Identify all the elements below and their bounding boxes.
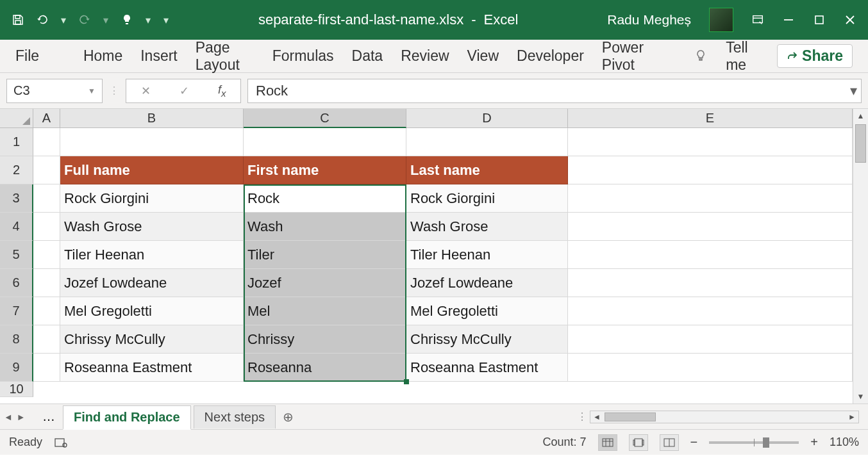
macro-record-icon[interactable] (54, 436, 68, 450)
fill-handle[interactable] (404, 379, 409, 384)
cell-D6[interactable]: Jozef Lowdeane (406, 269, 568, 297)
enter-formula-icon[interactable]: ✓ (179, 84, 189, 98)
cell-D3[interactable]: Rock Giorgini (406, 184, 568, 213)
ribbon-display-icon[interactable] (751, 13, 764, 26)
cell-A7[interactable] (33, 297, 60, 325)
cells-area[interactable]: Full nameFirst nameLast nameRock Giorgin… (33, 128, 853, 404)
view-page-break-button[interactable] (660, 434, 679, 451)
ribbon-tab-view[interactable]: View (467, 47, 499, 65)
col-header-C[interactable]: C (244, 109, 406, 128)
cell-B1[interactable] (60, 128, 244, 156)
scroll-up-icon[interactable]: ▲ (853, 109, 868, 123)
redo-dropdown-icon[interactable]: ▾ (103, 13, 109, 26)
row-header-10[interactable]: 10 (0, 382, 33, 397)
ribbon-tab-power-pivot[interactable]: Power Pivot (602, 39, 658, 74)
cell-A4[interactable] (33, 213, 60, 241)
cell-A1[interactable] (33, 128, 60, 156)
ribbon-tab-page-layout[interactable]: Page Layout (196, 39, 255, 74)
sheet-tab-next-steps[interactable]: Next steps (194, 405, 276, 428)
cell-C9[interactable]: Roseanna (244, 354, 406, 382)
share-button[interactable]: Share (777, 44, 853, 68)
cell-A2[interactable] (33, 156, 60, 184)
formula-expand-icon[interactable]: ▾ (850, 83, 857, 99)
sheet-tab-find-and-replace[interactable]: Find and Replace (63, 405, 191, 430)
spreadsheet-grid[interactable]: ABCDE 12345678910 Full nameFirst nameLas… (0, 109, 868, 404)
cell-D4[interactable]: Wash Grose (406, 213, 568, 241)
cell-C8[interactable]: Chrissy (244, 325, 406, 354)
row-header-8[interactable]: 8 (0, 325, 33, 354)
cell-E6[interactable] (568, 269, 853, 297)
ribbon-tab-data[interactable]: Data (352, 47, 383, 65)
cell-C7[interactable]: Mel (244, 297, 406, 325)
cell-B9[interactable]: Roseanna Eastment (60, 354, 244, 382)
cell-E2[interactable] (568, 156, 853, 184)
ribbon-tab-developer[interactable]: Developer (517, 47, 584, 65)
cell-A8[interactable] (33, 325, 60, 354)
cell-D5[interactable]: Tiler Heenan (406, 241, 568, 269)
scroll-right-icon[interactable]: ► (846, 411, 858, 423)
cancel-formula-icon[interactable]: ✕ (141, 84, 151, 98)
col-header-A[interactable]: A (33, 109, 60, 128)
minimize-icon[interactable] (782, 13, 795, 26)
zoom-in-button[interactable]: + (810, 435, 818, 450)
cell-A9[interactable] (33, 354, 60, 382)
fx-icon[interactable]: fx (218, 83, 226, 99)
horizontal-scrollbar[interactable]: ◄ ► (590, 411, 859, 423)
cell-D8[interactable]: Chrissy McCully (406, 325, 568, 354)
lightbulb-icon[interactable] (121, 13, 133, 26)
save-icon[interactable] (12, 13, 24, 26)
scroll-down-icon[interactable]: ▼ (853, 389, 868, 404)
formula-input[interactable]: Rock ▾ (247, 79, 862, 103)
cell-B8[interactable]: Chrissy McCully (60, 325, 244, 354)
tellme-text[interactable]: Tell me (726, 39, 759, 74)
cell-E8[interactable] (568, 325, 853, 354)
cell-A5[interactable] (33, 241, 60, 269)
cell-E1[interactable] (568, 128, 853, 156)
cell-E9[interactable] (568, 354, 853, 382)
fx-drag-icon[interactable]: ⋮ (109, 85, 119, 97)
lightbulb-dropdown-icon[interactable]: ▾ (145, 13, 151, 26)
new-sheet-button[interactable]: ⊕ (278, 407, 297, 427)
zoom-slider[interactable] (709, 441, 799, 444)
qat-customize-icon[interactable]: ▾ (163, 13, 169, 26)
row-header-7[interactable]: 7 (0, 297, 33, 325)
scroll-left-icon[interactable]: ◄ (590, 411, 603, 423)
cell-D1[interactable] (406, 128, 568, 156)
row-header-6[interactable]: 6 (0, 269, 33, 297)
cell-B6[interactable]: Jozef Lowdeane (60, 269, 244, 297)
sheet-ellipsis[interactable]: … (37, 409, 60, 424)
cell-C6[interactable]: Jozef (244, 269, 406, 297)
cell-D9[interactable]: Roseanna Eastment (406, 354, 568, 382)
name-box-dropdown-icon[interactable]: ▼ (88, 86, 96, 95)
tellme-icon[interactable] (694, 49, 708, 63)
select-all-corner[interactable] (0, 109, 33, 128)
col-header-B[interactable]: B (60, 109, 244, 128)
cell-D7[interactable]: Mel Gregoletti (406, 297, 568, 325)
zoom-level[interactable]: 110% (830, 436, 859, 449)
cell-C3[interactable]: Rock (244, 184, 406, 213)
close-icon[interactable] (844, 13, 856, 26)
cell-A6[interactable] (33, 269, 60, 297)
zoom-knob[interactable] (763, 437, 769, 448)
ribbon-tab-formulas[interactable]: Formulas (272, 47, 334, 65)
cell-C4[interactable]: Wash (244, 213, 406, 241)
ribbon-tab-review[interactable]: Review (401, 47, 449, 65)
cell-D2[interactable]: Last name (406, 156, 568, 184)
name-box[interactable]: C3 ▼ (6, 79, 103, 103)
undo-dropdown-icon[interactable]: ▾ (60, 13, 67, 26)
sheet-nav[interactable]: ◄► (4, 412, 35, 422)
view-normal-button[interactable] (598, 434, 617, 451)
cell-C2[interactable]: First name (244, 156, 406, 184)
ribbon-tab-insert[interactable]: Insert (140, 47, 178, 65)
row-header-4[interactable]: 4 (0, 213, 33, 241)
vscroll-thumb[interactable] (855, 124, 866, 163)
hscroll-thumb[interactable] (605, 412, 656, 421)
redo-icon[interactable] (78, 13, 91, 26)
cell-E3[interactable] (568, 184, 853, 213)
cell-A3[interactable] (33, 184, 60, 213)
cell-B7[interactable]: Mel Gregoletti (60, 297, 244, 325)
cell-B2[interactable]: Full name (60, 156, 244, 184)
row-header-1[interactable]: 1 (0, 128, 33, 156)
col-header-D[interactable]: D (406, 109, 568, 128)
cell-B5[interactable]: Tiler Heenan (60, 241, 244, 269)
